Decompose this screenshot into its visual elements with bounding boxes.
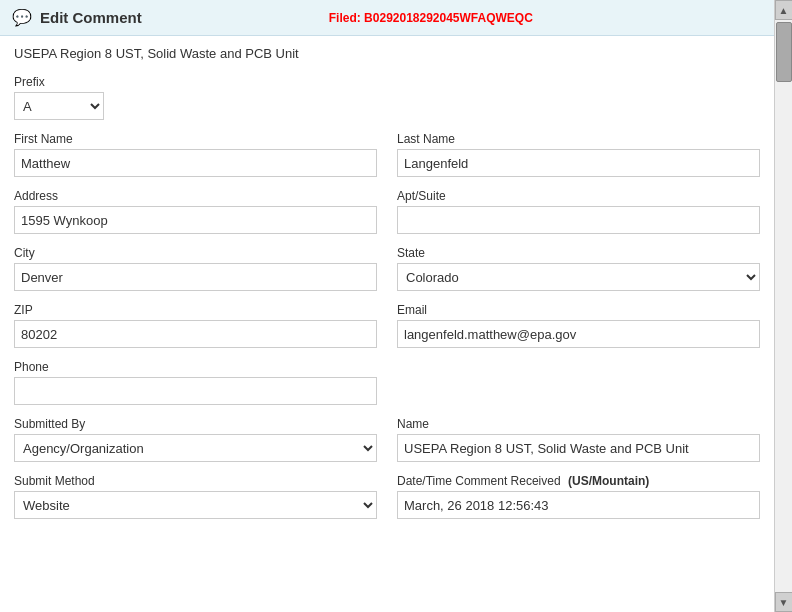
datetime-label-suffix: (US/Mountain) bbox=[568, 474, 649, 488]
phone-label: Phone bbox=[14, 360, 377, 374]
zip-email-row: ZIP Email bbox=[14, 303, 760, 348]
scrollbar[interactable]: ▲ ▼ bbox=[774, 0, 792, 612]
scroll-up-button[interactable]: ▲ bbox=[775, 0, 793, 20]
name-row: First Name Last Name bbox=[14, 132, 760, 177]
submitted-by-label: Submitted By bbox=[14, 417, 377, 431]
apt-suite-label: Apt/Suite bbox=[397, 189, 760, 203]
last-name-col: Last Name bbox=[397, 132, 760, 177]
first-name-input[interactable] bbox=[14, 149, 377, 177]
name-label: Name bbox=[397, 417, 760, 431]
comment-icon: 💬 bbox=[12, 8, 32, 27]
scroll-down-button[interactable]: ▼ bbox=[775, 592, 793, 612]
submit-method-label: Submit Method bbox=[14, 474, 377, 488]
name-input[interactable] bbox=[397, 434, 760, 462]
apt-suite-col: Apt/Suite bbox=[397, 189, 760, 234]
email-label: Email bbox=[397, 303, 760, 317]
datetime-input[interactable] bbox=[397, 491, 760, 519]
submitted-by-col: Submitted By Agency/Organization Individ… bbox=[14, 417, 377, 462]
city-input[interactable] bbox=[14, 263, 377, 291]
form-content: USEPA Region 8 UST, Solid Waste and PCB … bbox=[0, 36, 774, 612]
scroll-thumb[interactable] bbox=[776, 22, 792, 82]
zip-input[interactable] bbox=[14, 320, 377, 348]
phone-input[interactable] bbox=[14, 377, 377, 405]
address-row: Address Apt/Suite bbox=[14, 189, 760, 234]
submitted-name-row: Submitted By Agency/Organization Individ… bbox=[14, 417, 760, 462]
prefix-select[interactable]: A Mr. Mrs. Ms. Dr. bbox=[14, 92, 104, 120]
datetime-col: Date/Time Comment Received (US/Mountain) bbox=[397, 474, 760, 519]
state-select[interactable]: Colorado California Texas bbox=[397, 263, 760, 291]
city-label: City bbox=[14, 246, 377, 260]
prefix-label: Prefix bbox=[14, 75, 760, 89]
state-label: State bbox=[397, 246, 760, 260]
submitted-by-select[interactable]: Agency/Organization Individual Other bbox=[14, 434, 377, 462]
city-col: City bbox=[14, 246, 377, 291]
email-input[interactable] bbox=[397, 320, 760, 348]
state-col: State Colorado California Texas bbox=[397, 246, 760, 291]
address-col: Address bbox=[14, 189, 377, 234]
header-title: Edit Comment bbox=[40, 9, 142, 26]
zip-col: ZIP bbox=[14, 303, 377, 348]
last-name-label: Last Name bbox=[397, 132, 760, 146]
prefix-section: Prefix A Mr. Mrs. Ms. Dr. bbox=[14, 75, 760, 120]
last-name-input[interactable] bbox=[397, 149, 760, 177]
name-col: Name bbox=[397, 417, 760, 462]
address-input[interactable] bbox=[14, 206, 377, 234]
edit-comment-header: 💬 Edit Comment Filed: B0292018292045WFAQ… bbox=[0, 0, 792, 36]
submit-datetime-row: Submit Method Website Mail Email Hand De… bbox=[14, 474, 760, 519]
city-state-row: City State Colorado California Texas bbox=[14, 246, 760, 291]
email-col: Email bbox=[397, 303, 760, 348]
org-label: USEPA Region 8 UST, Solid Waste and PCB … bbox=[14, 46, 760, 61]
datetime-label: Date/Time Comment Received (US/Mountain) bbox=[397, 474, 760, 488]
first-name-label: First Name bbox=[14, 132, 377, 146]
phone-row: Phone bbox=[14, 360, 760, 405]
first-name-col: First Name bbox=[14, 132, 377, 177]
submit-method-col: Submit Method Website Mail Email Hand De… bbox=[14, 474, 377, 519]
phone-col: Phone bbox=[14, 360, 377, 405]
address-label: Address bbox=[14, 189, 377, 203]
filed-text: Filed: B0292018292045WFAQWEQC bbox=[142, 11, 720, 25]
apt-suite-input[interactable] bbox=[397, 206, 760, 234]
submit-method-select[interactable]: Website Mail Email Hand Delivered bbox=[14, 491, 377, 519]
phone-spacer bbox=[397, 360, 760, 405]
zip-label: ZIP bbox=[14, 303, 377, 317]
